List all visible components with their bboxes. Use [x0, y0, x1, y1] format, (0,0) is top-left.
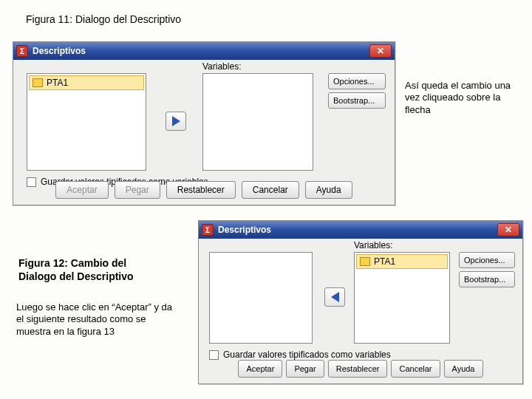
figure-13-note: Luego se hace clic en “Aceptar” y da el … — [16, 301, 179, 338]
figure-11-caption: Figura 11: Dialogo del Descriptivo — [26, 13, 181, 25]
cancelar-button[interactable]: Cancelar — [242, 181, 299, 199]
titlebar: Σ Descriptivos ✕ — [199, 221, 522, 239]
restablecer-button[interactable]: Restablecer — [166, 181, 236, 199]
save-standardized-checkbox-row: Guardar valores tipificados como variabl… — [209, 349, 391, 360]
aceptar-button[interactable]: Aceptar — [55, 181, 108, 199]
options-button[interactable]: Opciones... — [328, 73, 386, 89]
source-variable-list[interactable] — [209, 252, 313, 344]
dialog-button-row: Aceptar Pegar Restablecer Cancelar Ayuda — [199, 360, 522, 378]
variables-label: Variables: — [202, 61, 241, 72]
figure-11-annotation: Así queda el cambio una vez cliqueado so… — [405, 80, 519, 116]
checkbox-label: Guardar valores tipificados como variabl… — [223, 349, 391, 360]
variable-label: PTA1 — [374, 256, 395, 267]
descriptives-dialog-1: Σ Descriptivos ✕ PTA1 Variables: Opcione… — [13, 41, 395, 205]
bootstrap-label: Bootstrap... — [464, 275, 505, 284]
close-button[interactable]: ✕ — [497, 223, 519, 236]
figure-12-caption: Figura 12: Cambio del Dialogo del Descri… — [18, 257, 151, 283]
dialog-title: Descriptivos — [33, 46, 86, 56]
pegar-button[interactable]: Pegar — [115, 181, 160, 199]
variables-label: Variables: — [354, 240, 392, 250]
ayuda-button[interactable]: Ayuda — [305, 181, 352, 199]
variable-label: PTA1 — [47, 78, 68, 88]
bootstrap-button[interactable]: Bootstrap... — [328, 92, 386, 109]
variable-item[interactable]: PTA1 — [29, 75, 144, 90]
pegar-button[interactable]: Pegar — [286, 360, 324, 378]
move-right-button[interactable] — [166, 112, 186, 131]
dialog-title: Descriptivos — [218, 225, 271, 235]
restablecer-button[interactable]: Restablecer — [328, 360, 388, 378]
aceptar-button[interactable]: Aceptar — [238, 360, 282, 378]
move-left-button[interactable] — [324, 287, 345, 307]
options-label: Opciones... — [464, 256, 505, 265]
titlebar: Σ Descriptivos ✕ — [13, 42, 395, 60]
checkbox[interactable] — [209, 350, 219, 360]
close-button[interactable]: ✕ — [369, 44, 392, 58]
ayuda-button[interactable]: Ayuda — [444, 360, 483, 378]
cancelar-button[interactable]: Cancelar — [391, 360, 440, 378]
options-button[interactable]: Opciones... — [459, 252, 515, 268]
options-label: Opciones... — [333, 77, 375, 86]
ruler-icon — [360, 257, 370, 266]
arrow-right-icon — [172, 116, 180, 126]
bootstrap-button[interactable]: Bootstrap... — [459, 271, 515, 287]
descriptives-dialog-2: Σ Descriptivos ✕ Variables: PTA1 Opcione… — [198, 220, 523, 384]
variable-item[interactable]: PTA1 — [356, 254, 448, 269]
target-variable-list[interactable]: PTA1 — [354, 252, 450, 344]
source-variable-list[interactable]: PTA1 — [27, 73, 146, 171]
app-icon: Σ — [202, 224, 214, 236]
app-icon: Σ — [16, 45, 28, 57]
ruler-icon — [33, 78, 43, 87]
bootstrap-label: Bootstrap... — [333, 96, 375, 105]
dialog-button-row: Aceptar Pegar Restablecer Cancelar Ayuda — [13, 181, 395, 199]
arrow-left-icon — [331, 292, 339, 302]
target-variable-list[interactable] — [202, 73, 313, 171]
